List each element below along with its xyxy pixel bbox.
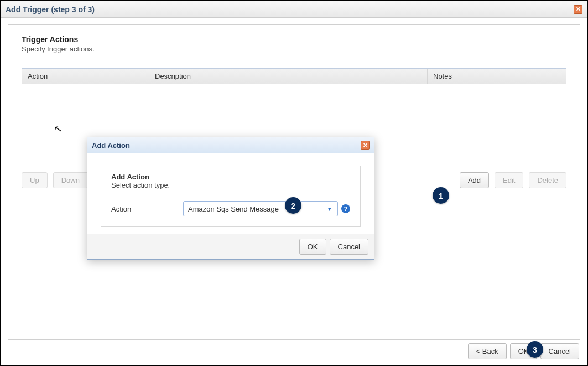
divider <box>22 58 566 58</box>
modal-footer: OK Cancel <box>87 234 374 259</box>
close-icon[interactable]: ✕ <box>574 5 582 14</box>
action-field-label: Action <box>111 205 172 213</box>
back-button[interactable]: < Back <box>468 343 507 359</box>
cancel-button[interactable]: Cancel <box>540 343 579 359</box>
divider <box>111 193 350 193</box>
annotation-badge-2: 2 <box>285 197 301 214</box>
col-action: Action <box>22 69 149 84</box>
add-trigger-window: Add Trigger (step 3 of 3) ✕ Trigger Acti… <box>0 0 588 366</box>
up-button[interactable]: Up <box>22 172 48 188</box>
modal-inner-panel: Add Action Select action type. Action Am… <box>101 166 361 227</box>
add-action-modal: Add Action ✕ Add Action Select action ty… <box>87 137 374 260</box>
annotation-badge-3: 3 <box>527 341 543 358</box>
modal-ok-button[interactable]: OK <box>299 239 326 255</box>
delete-button[interactable]: Delete <box>529 172 566 188</box>
modal-cancel-button[interactable]: Cancel <box>330 239 368 255</box>
action-select-value: Amazon Sqs Send Message <box>188 205 279 213</box>
window-title: Add Trigger (step 3 of 3) <box>6 5 95 14</box>
action-form-row: Action Amazon Sqs Send Message ▾ ? <box>111 201 350 216</box>
modal-inner-subtitle: Select action type. <box>111 181 350 189</box>
table-header-row: Action Description Notes <box>22 69 566 84</box>
modal-title: Add Action <box>92 141 130 150</box>
section-title: Trigger Actions <box>22 35 566 44</box>
modal-close-icon[interactable]: ✕ <box>361 141 370 150</box>
modal-inner-title: Add Action <box>111 173 350 181</box>
add-button[interactable]: Add <box>460 172 489 188</box>
help-icon[interactable]: ? <box>341 204 350 213</box>
window-titlebar: Add Trigger (step 3 of 3) ✕ <box>1 1 587 18</box>
content-area: Trigger Actions Specify trigger actions.… <box>1 18 587 365</box>
annotation-badge-1: 1 <box>433 187 449 204</box>
col-notes: Notes <box>428 69 566 84</box>
down-button[interactable]: Down <box>53 172 88 188</box>
wizard-footer: < Back OK Cancel <box>468 343 579 359</box>
section-subtitle: Specify trigger actions. <box>22 45 566 53</box>
col-description: Description <box>149 69 428 84</box>
chevron-down-icon: ▾ <box>325 204 334 213</box>
action-select[interactable]: Amazon Sqs Send Message ▾ <box>183 201 338 216</box>
edit-button[interactable]: Edit <box>495 172 523 188</box>
modal-body: Add Action Select action type. Action Am… <box>87 153 374 234</box>
modal-header: Add Action ✕ <box>87 137 374 153</box>
